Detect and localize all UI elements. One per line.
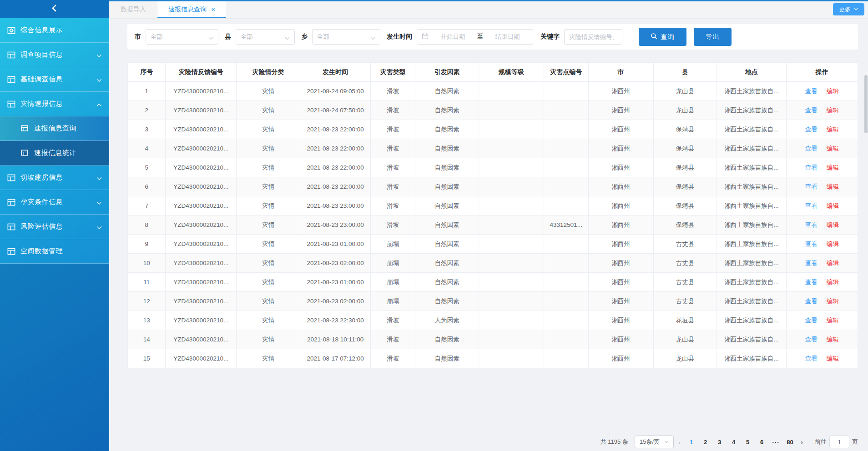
export-button[interactable]: 导出: [694, 28, 732, 46]
edit-link[interactable]: 编辑: [827, 88, 839, 95]
view-link[interactable]: 查看: [805, 183, 818, 190]
sidebar-item-basic-survey[interactable]: 基础调查信息: [0, 67, 109, 92]
date-range-picker[interactable]: 开始日期 至 结束日期: [417, 29, 533, 45]
table-row: 10YZD43000020210...灾情2021-08-23 02:00:00…: [128, 254, 858, 273]
cell-actions: 查看编辑: [786, 139, 858, 158]
page-number-4[interactable]: 4: [727, 439, 740, 446]
edit-link[interactable]: 编辑: [827, 183, 839, 190]
sidebar-item-hazard-condition[interactable]: 孕灾条件信息: [0, 190, 109, 215]
chevron-down-icon: [96, 175, 102, 180]
chevron-down-icon: [96, 52, 102, 58]
sidebar-item-spatial-data[interactable]: 空间数据管理: [0, 239, 109, 264]
sidebar-item-survey-project[interactable]: 调查项目信息: [0, 43, 109, 67]
page-number-5[interactable]: 5: [742, 439, 754, 446]
view-link[interactable]: 查看: [805, 145, 818, 152]
sidebar-item-slope-housing[interactable]: 切坡建房信息: [0, 165, 109, 190]
view-link[interactable]: 查看: [805, 241, 818, 247]
goto-page-input[interactable]: [829, 436, 849, 448]
cell-code: YZD43000020210...: [166, 82, 237, 101]
cell-code: YZD43000020210...: [166, 349, 237, 368]
cell-scale: [479, 101, 544, 120]
town-select[interactable]: 全部: [312, 29, 380, 45]
cell-category: 灾情: [237, 101, 300, 120]
view-link[interactable]: 查看: [805, 279, 818, 286]
cell-code: YZD43000020210...: [166, 215, 237, 235]
sidebar-subitem-report-query[interactable]: 速报信息查询: [0, 116, 109, 141]
more-button[interactable]: 更多: [833, 3, 864, 15]
page-size-select[interactable]: 15条/页: [635, 436, 674, 448]
view-link[interactable]: 查看: [805, 126, 818, 133]
edit-link[interactable]: 编辑: [827, 164, 839, 171]
tab-report-query[interactable]: 速报信息查询 ×: [157, 1, 226, 18]
cell-time: 2021-08-23 23:00:00: [300, 196, 371, 215]
cell-cause: 自然因素: [415, 235, 479, 254]
keyword-input[interactable]: [564, 29, 622, 45]
edit-link[interactable]: 编辑: [827, 317, 839, 324]
column-header: 地点: [717, 63, 786, 82]
cell-category: 灾情: [237, 196, 300, 215]
page-number-2[interactable]: 2: [699, 439, 712, 446]
column-header: 灾害类型: [371, 63, 415, 82]
sidebar-subitem-report-stats[interactable]: 速报信息统计: [0, 141, 109, 165]
sidebar-item-risk-assessment[interactable]: 风险评估信息: [0, 215, 109, 239]
sidebar-item-overview[interactable]: 综合信息展示: [0, 18, 109, 43]
edit-link[interactable]: 编辑: [827, 355, 839, 362]
page-number-3[interactable]: 3: [713, 439, 726, 446]
page-number-6[interactable]: 6: [756, 439, 768, 446]
view-link[interactable]: 查看: [805, 221, 818, 228]
county-select[interactable]: 全部: [236, 29, 295, 45]
view-link[interactable]: 查看: [805, 355, 818, 362]
sidebar-collapse-button[interactable]: [0, 0, 109, 18]
cell-time: 2021-08-23 01:00:00: [300, 273, 371, 292]
chevron-down-icon: [208, 35, 213, 40]
tab-data-import[interactable]: 数据导入: [109, 1, 157, 18]
edit-link[interactable]: 编辑: [827, 221, 839, 228]
edit-link[interactable]: 编辑: [827, 336, 839, 343]
cell-type: 崩塌: [371, 292, 415, 311]
table-row: 3YZD43000020210...灾情2021-08-23 22:00:00滑…: [128, 120, 858, 139]
edit-link[interactable]: 编辑: [827, 260, 839, 266]
sidebar: 综合信息展示 调查项目信息 基础调查信息 灾情速报信息 速报信息查询 速报信息统…: [0, 0, 109, 451]
sidebar-item-label: 风险评估信息: [20, 222, 96, 231]
edit-link[interactable]: 编辑: [827, 298, 839, 305]
cell-cause: 自然因素: [415, 158, 479, 177]
edit-link[interactable]: 编辑: [827, 279, 839, 286]
view-link[interactable]: 查看: [805, 336, 818, 343]
edit-link[interactable]: 编辑: [827, 241, 839, 247]
start-date-input[interactable]: 开始日期: [432, 33, 474, 41]
edit-link[interactable]: 编辑: [827, 202, 839, 209]
view-link[interactable]: 查看: [805, 317, 818, 324]
sidebar-item-disaster-report[interactable]: 灾情速报信息: [0, 92, 109, 116]
scrollbar-thumb[interactable]: [864, 75, 868, 133]
page-number-80[interactable]: 80: [784, 439, 796, 446]
edit-link[interactable]: 编辑: [827, 107, 839, 114]
view-link[interactable]: 查看: [805, 88, 818, 95]
cell-county: 保靖县: [653, 177, 717, 196]
edit-link[interactable]: 编辑: [827, 145, 839, 152]
view-link[interactable]: 查看: [805, 107, 818, 114]
next-page-button[interactable]: ›: [801, 438, 803, 446]
table-row: 8YZD43000020210...灾情2021-08-23 23:00:00滑…: [128, 215, 858, 235]
edit-link[interactable]: 编辑: [827, 126, 839, 133]
cell-actions: 查看编辑: [786, 215, 858, 235]
page-number-1[interactable]: 1: [685, 439, 697, 446]
view-link[interactable]: 查看: [805, 298, 818, 305]
cell-category: 灾情: [237, 254, 300, 273]
cell-cause: 人为因素: [415, 311, 479, 330]
city-select[interactable]: 全部: [146, 29, 218, 45]
end-date-input[interactable]: 结束日期: [487, 33, 528, 41]
close-icon[interactable]: ×: [211, 6, 215, 13]
prev-page-button[interactable]: ‹: [678, 438, 681, 446]
chevron-down-icon: [96, 77, 102, 82]
cell-category: 灾情: [237, 311, 300, 330]
cell-time: 2021-08-24 07:50:00: [300, 101, 371, 120]
cell-category: 灾情: [237, 120, 300, 139]
results-table: 序号灾险情反馈编号灾险情分类发生时间灾害类型引发因素规模等级灾害点编号市县地点操…: [127, 62, 858, 368]
view-link[interactable]: 查看: [805, 202, 818, 209]
search-button[interactable]: 查询: [639, 28, 686, 46]
cell-location: 湘西土家族苗族自...: [717, 330, 786, 349]
cell-time: 2021-08-23 02:00:00: [300, 292, 371, 311]
table-row: 7YZD43000020210...灾情2021-08-23 23:00:00滑…: [128, 196, 858, 215]
view-link[interactable]: 查看: [805, 164, 818, 171]
view-link[interactable]: 查看: [805, 260, 818, 266]
